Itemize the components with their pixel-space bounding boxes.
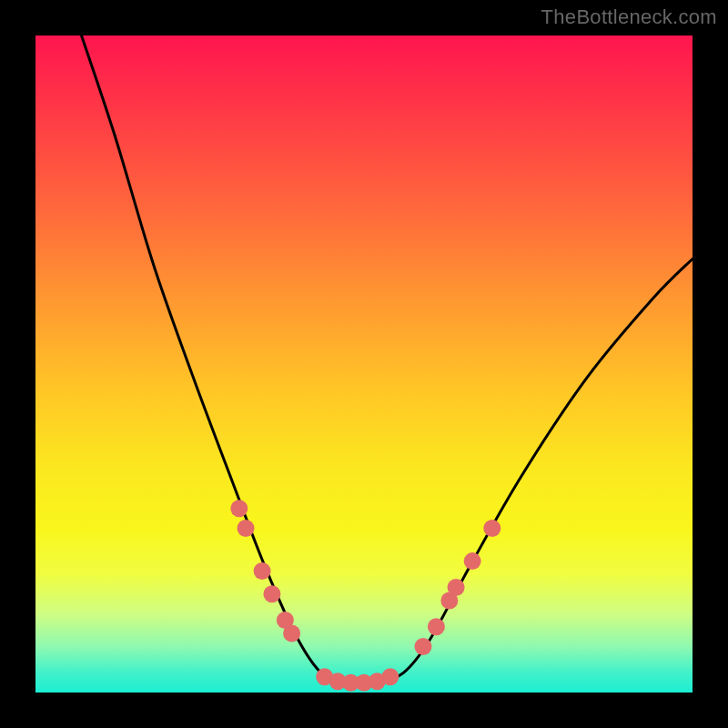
data-points-group: [230, 500, 500, 691]
watermark-text: TheBottleneck.com: [541, 5, 717, 29]
data-point: [283, 625, 300, 642]
plot-area: [35, 35, 693, 693]
bottleneck-curve-path: [82, 35, 693, 683]
data-point: [263, 585, 280, 602]
data-point: [464, 552, 481, 570]
data-point: [230, 500, 248, 517]
chart-frame: TheBottleneck.com: [0, 0, 728, 728]
data-point: [381, 668, 399, 685]
data-point: [254, 562, 271, 580]
data-point: [414, 638, 431, 655]
data-point: [428, 618, 445, 635]
data-point: [238, 520, 255, 537]
data-point: [448, 579, 465, 596]
chart-svg: [35, 35, 693, 693]
data-point: [483, 520, 500, 537]
